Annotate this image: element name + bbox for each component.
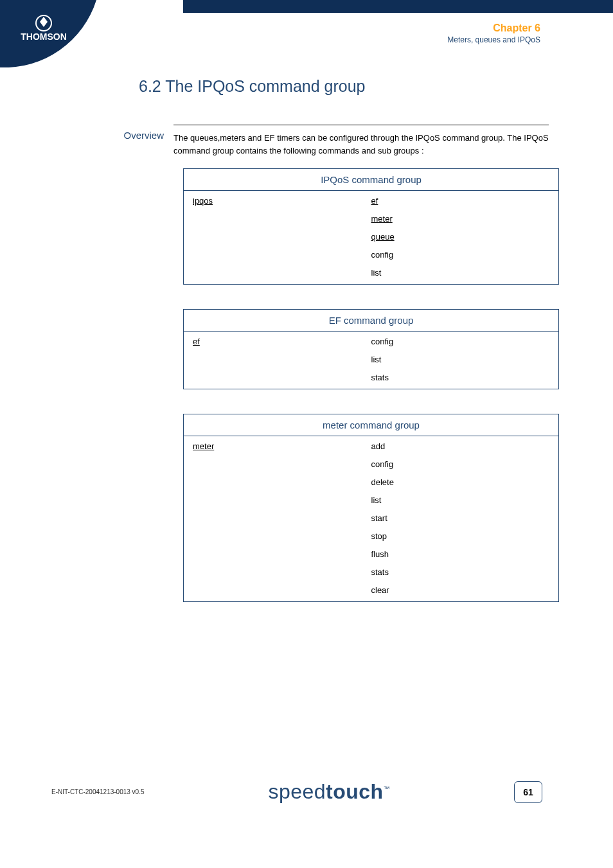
command-item: config: [371, 250, 550, 260]
command-item: list: [371, 495, 550, 505]
command-group-block: EF command groupefconfigliststats: [183, 309, 549, 389]
command-item: list: [371, 355, 550, 364]
command-column-left: meter: [193, 441, 371, 595]
command-group-block: meter command groupmeteraddconfigdeletel…: [183, 414, 549, 602]
command-column-right: addconfigdeleteliststartstopflushstatscl…: [371, 441, 550, 595]
command-item: flush: [371, 549, 550, 559]
thomson-logo: THOMSON: [0, 0, 96, 64]
command-group-table: EF command groupefconfigliststats: [183, 309, 559, 389]
command-group-block: IPQoS command groupipqosefmeterqueueconf…: [183, 168, 549, 285]
page-number: 61: [514, 781, 542, 803]
command-item: delete: [371, 477, 550, 487]
command-column-right: configliststats: [371, 337, 550, 382]
speedtouch-logo: speedtouch™: [268, 780, 390, 804]
command-group-title: IPQoS command group: [184, 169, 558, 191]
command-link[interactable]: ef: [371, 196, 550, 206]
command-item: stats: [371, 373, 550, 382]
command-item: clear: [371, 585, 550, 595]
command-item: stats: [371, 567, 550, 577]
brand-light: speed: [268, 780, 326, 803]
command-group-title: EF command group: [184, 310, 558, 332]
command-item: config: [371, 337, 550, 346]
command-item: add: [371, 441, 550, 451]
command-group-title: meter command group: [184, 414, 558, 436]
command-group-body: meteraddconfigdeleteliststartstopflushst…: [184, 436, 558, 601]
command-group-table: meter command groupmeteraddconfigdeletel…: [183, 414, 559, 602]
overview-label: Overview: [51, 125, 173, 157]
brand-bold: touch: [326, 780, 384, 803]
section-title: 6.2 The IPQoS command group: [139, 77, 549, 96]
command-group-table: IPQoS command groupipqosefmeterqueueconf…: [183, 168, 559, 285]
doc-code: E-NIT-CTC-20041213-0013 v0.5: [51, 788, 145, 795]
svg-text:THOMSON: THOMSON: [21, 31, 67, 42]
chapter-number: Chapter 6: [447, 22, 540, 34]
command-group-body: efconfigliststats: [184, 332, 558, 389]
command-column-left: ipqos: [193, 196, 371, 278]
command-link[interactable]: ipqos: [193, 196, 371, 206]
command-item: list: [371, 268, 550, 278]
command-item: stop: [371, 531, 550, 541]
command-link[interactable]: meter: [193, 441, 371, 451]
command-link[interactable]: queue: [371, 232, 550, 242]
command-column-right: efmeterqueueconfiglist: [371, 196, 550, 278]
brand-tm: ™: [384, 785, 391, 792]
chapter-subtitle: Meters, queues and IPQoS: [447, 35, 540, 44]
command-group-body: ipqosefmeterqueueconfiglist: [184, 191, 558, 284]
top-bar-decoration: [183, 0, 613, 13]
chapter-header: Chapter 6 Meters, queues and IPQoS: [447, 22, 540, 44]
command-link[interactable]: meter: [371, 214, 550, 224]
overview-text: The queues,meters and EF timers can be c…: [173, 125, 549, 157]
command-item: config: [371, 459, 550, 469]
command-link[interactable]: ef: [193, 337, 371, 346]
command-column-left: ef: [193, 337, 371, 382]
command-item: start: [371, 513, 550, 523]
